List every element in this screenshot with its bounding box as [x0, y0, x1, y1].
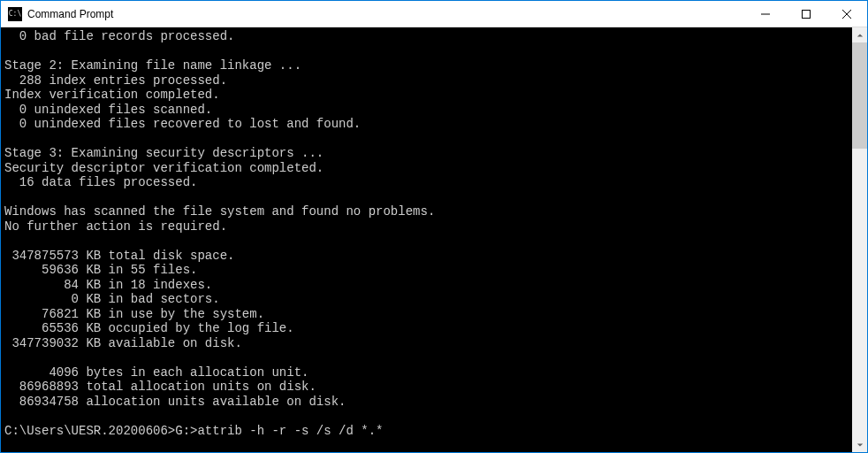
terminal-line: 347875573 KB total disk space. [4, 249, 849, 264]
terminal-line [4, 44, 849, 59]
content-area: 0 bad file records processed. Stage 2: E… [1, 27, 867, 452]
terminal-line: 84 KB in 18 indexes. [4, 278, 849, 293]
scrollbar-thumb[interactable] [852, 42, 867, 149]
terminal-line: Index verification completed. [4, 88, 849, 103]
terminal-line [4, 132, 849, 147]
terminal-line [4, 190, 849, 205]
command-prompt-window: C:\ Command Prompt 0 bad file records pr… [0, 0, 868, 453]
scrollbar-track[interactable] [852, 42, 867, 437]
close-icon [842, 10, 851, 19]
terminal-line: 4096 bytes in each allocation unit. [4, 365, 849, 380]
terminal-line [4, 350, 849, 365]
terminal-line: 288 index entries processed. [4, 73, 849, 88]
terminal-line: Stage 3: Examining security descriptors … [4, 146, 849, 161]
terminal-line: Stage 2: Examining file name linkage ... [4, 58, 849, 73]
terminal-line: C:\Users\UESR.20200606>G:>attrib -h -r -… [4, 424, 849, 439]
titlebar[interactable]: C:\ Command Prompt [1, 1, 867, 27]
vertical-scrollbar[interactable] [852, 27, 867, 452]
terminal-line: 76821 KB in use by the system. [4, 307, 849, 322]
terminal-line: 16 data files processed. [4, 175, 849, 190]
terminal-line [4, 234, 849, 249]
terminal-output[interactable]: 0 bad file records processed. Stage 2: E… [1, 27, 852, 452]
terminal-line: 86934758 allocation units available on d… [4, 395, 849, 410]
terminal-line: 0 KB in bad sectors. [4, 292, 849, 307]
minimize-button[interactable] [745, 1, 786, 27]
chevron-down-icon [857, 441, 864, 449]
scrollbar-up-arrow[interactable] [852, 27, 867, 42]
terminal-line [4, 409, 849, 424]
app-icon: C:\ [8, 7, 22, 21]
scrollbar-down-arrow[interactable] [852, 437, 867, 452]
terminal-line [4, 438, 849, 452]
titlebar-buttons [745, 1, 867, 27]
terminal-line: No further action is required. [4, 219, 849, 234]
chevron-up-icon [857, 32, 864, 39]
app-icon-text: C:\ [9, 11, 21, 18]
terminal-line: 65536 KB occupied by the log file. [4, 321, 849, 336]
window-title: Command Prompt [27, 8, 745, 20]
terminal-line: 0 bad file records processed. [4, 29, 849, 44]
terminal-line: 0 unindexed files recovered to lost and … [4, 117, 849, 132]
terminal-line: Windows has scanned the file system and … [4, 204, 849, 219]
terminal-line: 86968893 total allocation units on disk. [4, 380, 849, 395]
terminal-line: 59636 KB in 55 files. [4, 263, 849, 278]
terminal-line: 0 unindexed files scanned. [4, 103, 849, 118]
terminal-line: 347739032 KB available on disk. [4, 336, 849, 351]
minimize-icon [761, 10, 770, 19]
maximize-button[interactable] [786, 1, 826, 27]
terminal-line: Security descriptor verification complet… [4, 161, 849, 176]
maximize-icon [802, 10, 811, 19]
close-button[interactable] [826, 1, 867, 27]
svg-rect-1 [803, 10, 811, 18]
